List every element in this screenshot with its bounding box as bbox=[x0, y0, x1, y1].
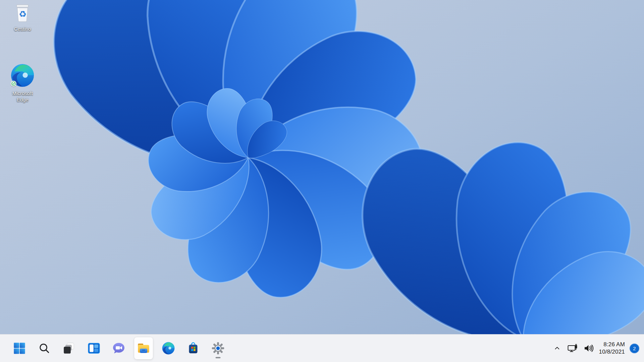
chat-button[interactable] bbox=[109, 337, 128, 359]
store-icon bbox=[186, 342, 200, 355]
widgets-button[interactable] bbox=[85, 337, 103, 359]
chevron-up-icon bbox=[553, 345, 561, 352]
search-icon bbox=[38, 342, 51, 355]
wallpaper-bloom bbox=[0, 0, 644, 362]
clock-time: 8:26 AM bbox=[599, 341, 625, 348]
svg-text:♻: ♻ bbox=[19, 9, 26, 19]
task-view-button[interactable] bbox=[60, 337, 78, 359]
windows-start-icon bbox=[13, 342, 26, 355]
file-explorer-button[interactable] bbox=[134, 337, 153, 359]
desktop-icon-label: Cestino bbox=[14, 26, 31, 32]
settings-button[interactable] bbox=[209, 337, 227, 359]
file-explorer-icon bbox=[137, 341, 151, 355]
microsoft-store-button[interactable] bbox=[184, 337, 203, 359]
edge-icon bbox=[162, 342, 175, 355]
volume-button[interactable] bbox=[583, 340, 594, 356]
clock-date: 10/8/2021 bbox=[599, 348, 625, 356]
desktop-icon-microsoft-edge[interactable]: Microsoft Edge bbox=[5, 63, 40, 103]
network-icon bbox=[567, 344, 578, 353]
clock[interactable]: 8:26 AM 10/8/2021 bbox=[599, 341, 625, 356]
network-button[interactable] bbox=[567, 340, 578, 356]
desktop-icon-recycle-bin[interactable]: ♻ Cestino bbox=[5, 3, 40, 32]
recycle-bin-icon: ♻ bbox=[12, 3, 33, 23]
task-view-icon bbox=[63, 342, 75, 355]
start-button[interactable] bbox=[10, 337, 29, 359]
edge-icon bbox=[10, 63, 35, 88]
volume-icon bbox=[583, 344, 594, 353]
desktop-icon-label: Microsoft Edge bbox=[6, 90, 39, 103]
widgets-icon bbox=[87, 342, 101, 355]
chat-icon bbox=[112, 342, 125, 355]
taskbar-app-area bbox=[0, 337, 227, 359]
running-app-indicator bbox=[216, 357, 221, 358]
edge-button[interactable] bbox=[159, 337, 178, 359]
tray-overflow-button[interactable] bbox=[552, 340, 562, 356]
sync-check-icon bbox=[11, 81, 16, 86]
taskbar: 8:26 AM 10/8/2021 2 bbox=[0, 334, 644, 362]
notification-badge[interactable]: 2 bbox=[630, 344, 639, 353]
search-button[interactable] bbox=[35, 337, 54, 359]
settings-icon bbox=[211, 342, 225, 355]
system-tray: 8:26 AM 10/8/2021 2 bbox=[552, 335, 644, 362]
